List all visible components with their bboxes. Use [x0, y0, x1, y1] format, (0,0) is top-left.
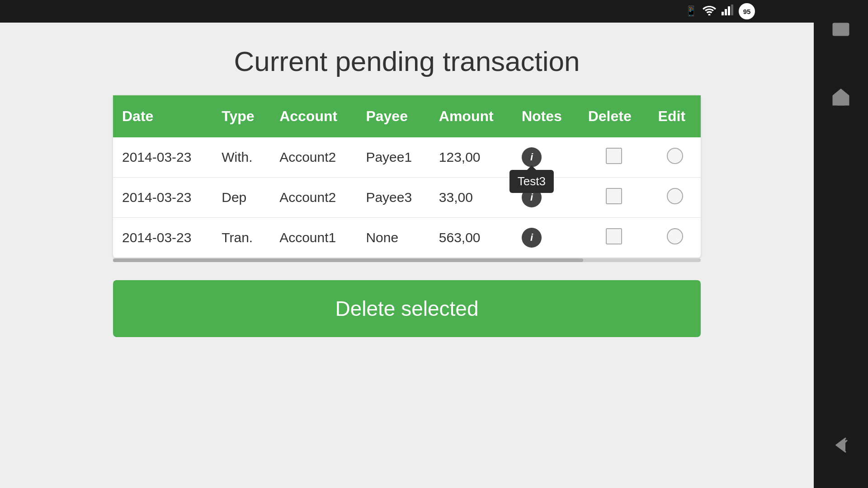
cell-type-0: With. [212, 137, 270, 178]
cell-account-2: Account1 [270, 218, 357, 258]
cell-edit-0 [649, 137, 701, 178]
back-icon[interactable] [830, 429, 852, 461]
svg-rect-4 [731, 5, 733, 15]
table-row: 2014-03-23 Tran. Account1 None 563,00 i [113, 218, 701, 258]
svg-point-0 [708, 14, 711, 16]
delete-selected-button[interactable]: Delete selected [113, 280, 701, 337]
svg-rect-3 [728, 6, 730, 15]
status-icons: 📱 95 [685, 3, 755, 19]
right-sidebar [814, 0, 868, 488]
delete-checkbox-0[interactable] [606, 148, 622, 164]
col-header-date: Date [113, 95, 212, 137]
cell-date-2: 2014-03-23 [113, 218, 212, 258]
col-header-type: Type [212, 95, 270, 137]
cell-notes-0: i Test3 [513, 137, 579, 178]
status-bar: 📱 95 [0, 0, 814, 23]
wifi-icon [703, 5, 716, 18]
cell-payee-0: Payee1 [357, 137, 429, 178]
delete-checkbox-1[interactable] [606, 188, 622, 204]
cell-delete-0 [579, 137, 649, 178]
cell-payee-2: None [357, 218, 429, 258]
phone-icon: 📱 [685, 5, 697, 17]
cell-date-0: 2014-03-23 [113, 137, 212, 178]
transaction-table: Date Type Account Payee Amount Notes Del… [113, 95, 701, 258]
table-row: 2014-03-23 With. Account2 Payee1 123,00 … [113, 137, 701, 178]
cell-amount-2: 563,00 [430, 218, 513, 258]
cell-edit-2 [649, 218, 701, 258]
cell-date-1: 2014-03-23 [113, 178, 212, 218]
tooltip-0: Test3 [509, 170, 554, 193]
svg-rect-5 [833, 23, 849, 35]
scroll-bar-thumb [113, 258, 583, 262]
cell-amount-0: 123,00 [430, 137, 513, 178]
cell-edit-1 [649, 178, 701, 218]
svg-rect-1 [722, 12, 724, 15]
table-row: 2014-03-23 Dep Account2 Payee3 33,00 i [113, 178, 701, 218]
sidebar-top-icons [830, 14, 852, 113]
cell-account-0: Account2 [270, 137, 357, 178]
home-icon[interactable] [830, 81, 852, 113]
edit-radio-2[interactable] [667, 228, 683, 244]
info-icon-wrap-2[interactable]: i [522, 228, 542, 248]
cell-notes-2: i [513, 218, 579, 258]
cell-payee-1: Payee3 [357, 178, 429, 218]
edit-radio-1[interactable] [667, 188, 683, 204]
scroll-bar[interactable] [113, 258, 701, 262]
col-header-edit: Edit [649, 95, 701, 137]
col-header-amount: Amount [430, 95, 513, 137]
delete-checkbox-2[interactable] [606, 228, 622, 244]
cell-type-2: Tran. [212, 218, 270, 258]
info-icon-2[interactable]: i [522, 228, 542, 248]
recent-apps-icon[interactable] [830, 14, 852, 45]
col-header-account: Account [270, 95, 357, 137]
info-icon-wrap-0[interactable]: i Test3 [522, 147, 542, 167]
page-title: Current pending transaction [234, 45, 580, 77]
info-icon-0[interactable]: i [522, 147, 542, 167]
edit-radio-0[interactable] [667, 148, 683, 164]
cell-account-1: Account2 [270, 178, 357, 218]
table-header-row: Date Type Account Payee Amount Notes Del… [113, 95, 701, 137]
cell-amount-1: 33,00 [430, 178, 513, 218]
col-header-payee: Payee [357, 95, 429, 137]
svg-rect-2 [725, 9, 727, 15]
signal-icon [722, 5, 733, 18]
battery-level: 95 [739, 3, 755, 19]
main-content: 📱 95 C [0, 0, 814, 488]
sidebar-bottom-icons [830, 429, 852, 461]
col-header-delete: Delete [579, 95, 649, 137]
col-header-notes: Notes [513, 95, 579, 137]
cell-delete-1 [579, 178, 649, 218]
cell-type-1: Dep [212, 178, 270, 218]
cell-delete-2 [579, 218, 649, 258]
